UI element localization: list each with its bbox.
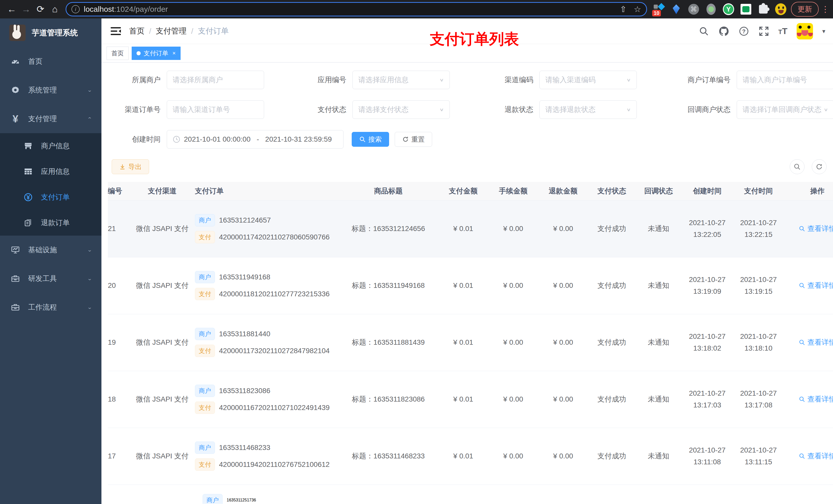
view-detail-link[interactable]: 查看详情 xyxy=(799,224,833,234)
pay-status-select[interactable]: 请选择支付状态 ∨ xyxy=(353,100,450,119)
sidebar-item-payment[interactable]: ¥ 支付管理 ⌄ xyxy=(0,104,101,133)
notify-status-select[interactable]: 请选择订单回调商户状态 ∨ xyxy=(737,100,833,119)
pay-time: 2021-10-27 13:17:08 xyxy=(733,371,784,428)
extensions-puzzle-icon[interactable] xyxy=(758,4,769,15)
extension-balloon-icon[interactable] xyxy=(671,4,682,15)
view-detail-link[interactable]: 查看详情 xyxy=(799,394,833,404)
channel-order-no-field[interactable] xyxy=(167,100,264,119)
sidebar-item-infrastructure[interactable]: 基础设施 ⌄ xyxy=(0,236,101,264)
app-select[interactable]: 请选择应用信息 ∨ xyxy=(353,71,450,89)
address-bar[interactable]: i localhost:1024/pay/order ⇧ ☆ xyxy=(66,2,647,16)
extension-y-icon[interactable]: Y xyxy=(723,4,734,15)
pay-status: 支付成功 xyxy=(588,257,636,314)
sidebar-item-dev-tools[interactable]: 研发工具 ⌄ xyxy=(0,264,101,293)
filter-label-merchant: 所属商户 xyxy=(108,75,167,85)
tag-pay-order[interactable]: 支付订单 × xyxy=(132,47,181,60)
merchant-order-no-field[interactable] xyxy=(737,71,833,89)
breadcrumb-payment[interactable]: 支付管理 xyxy=(156,26,187,37)
merchant-order-no: 1635311949168 xyxy=(219,273,270,281)
tag-close-icon[interactable]: × xyxy=(172,50,176,56)
merchant-input[interactable] xyxy=(173,76,258,84)
toggle-search-button[interactable] xyxy=(790,159,805,174)
merchant-select[interactable] xyxy=(167,71,264,89)
browser-back-button[interactable]: ← xyxy=(5,2,19,16)
browser-menu-icon[interactable]: ⋮ xyxy=(821,4,829,14)
sidebar-item-workflow[interactable]: 工作流程 ⌄ xyxy=(0,293,101,322)
view-detail-link[interactable]: 查看详情 xyxy=(799,451,833,461)
url-text[interactable]: localhost:1024/pay/order xyxy=(84,5,168,14)
view-detail-link[interactable]: 查看详情 xyxy=(799,281,833,290)
search-button[interactable]: 搜索 xyxy=(352,132,389,147)
tag-home[interactable]: 首页 xyxy=(106,47,128,60)
reset-button[interactable]: 重置 xyxy=(395,132,432,147)
pay-amount: ¥ 0.01 xyxy=(438,200,488,257)
view-detail-link[interactable]: 查看详情 xyxy=(799,338,833,347)
sidebar-item-system[interactable]: 系统管理 ⌄ xyxy=(0,76,101,104)
app-logo[interactable]: 芋道管理系统 xyxy=(0,19,101,47)
refund-status-select[interactable]: 请选择退款状态 ∨ xyxy=(540,100,637,119)
merchant-tag: 商户 xyxy=(195,385,215,397)
pay-status: 支付成功 xyxy=(588,428,636,484)
product-title: 标题：1635311468233 xyxy=(338,428,438,484)
order-id: 20 xyxy=(108,257,129,314)
pay-tag: 支付 xyxy=(195,345,215,357)
extension-dot-icon[interactable] xyxy=(706,4,717,15)
sidebar-item-merchant-info[interactable]: 商户信息 xyxy=(0,133,101,159)
pay-tag: 支付 xyxy=(195,402,215,414)
sidebar-item-pay-order[interactable]: 支付订单 xyxy=(0,184,101,210)
merchant-order-no: 1635311468233 xyxy=(219,443,270,452)
fee-amount: ¥ 0.00 xyxy=(488,200,538,257)
extension-sketch-icon[interactable]: 10 xyxy=(653,4,664,15)
refresh-icon xyxy=(815,163,823,170)
active-dot xyxy=(137,51,141,55)
refund-amount: ¥ 0.00 xyxy=(538,257,588,314)
browser-update-button[interactable]: 更新 xyxy=(791,2,819,17)
browser-profile-avatar[interactable] xyxy=(775,4,786,15)
browser-forward-button[interactable]: → xyxy=(19,2,33,16)
channel-code-select[interactable]: 请输入渠道编码 ∨ xyxy=(540,71,637,89)
sidebar-item-home[interactable]: 首页 xyxy=(0,47,101,76)
channel-order-no: 4200001194202110276752100612 xyxy=(219,460,330,469)
date-range-picker[interactable]: 2021-10-01 00:00:00 - 2021-10-31 23:59:5… xyxy=(167,130,343,148)
bookmark-star-icon[interactable]: ☆ xyxy=(634,4,641,14)
sidebar-item-refund-order[interactable]: 退款订单 xyxy=(0,210,101,236)
order-id: 21 xyxy=(108,200,129,257)
share-icon[interactable]: ⇧ xyxy=(620,4,627,14)
caret-down-icon[interactable]: ▾ xyxy=(822,28,825,35)
browser-home-button[interactable]: ⌂ xyxy=(48,2,62,16)
help-icon[interactable]: ? xyxy=(738,26,749,37)
font-size-icon[interactable]: TT xyxy=(779,26,787,36)
extension-chat-icon[interactable] xyxy=(740,4,752,15)
pay-status: 支付成功 xyxy=(588,314,636,371)
pay-time: 2021-10-27 13:18:10 xyxy=(733,314,784,371)
search-icon xyxy=(793,163,801,170)
sidebar-collapse-icon[interactable] xyxy=(110,26,121,37)
extension-command-icon[interactable]: ⌘ xyxy=(688,4,699,15)
chevron-down-icon: ∨ xyxy=(626,107,631,112)
date-end: 2021-10-31 23:59:59 xyxy=(265,135,332,143)
user-avatar[interactable] xyxy=(796,23,813,40)
chevron-down-icon: ⌄ xyxy=(87,276,92,282)
site-info-icon[interactable]: i xyxy=(71,5,80,13)
top-navbar: 首页 / 支付管理 / 支付订单 支付订单列表 ? xyxy=(101,19,833,44)
channel-order-no-input[interactable] xyxy=(173,105,258,114)
search-icon[interactable] xyxy=(698,26,709,37)
merchant-order-no: 1635312124657 xyxy=(219,216,271,224)
refresh-table-button[interactable] xyxy=(812,159,827,174)
filter-label-channel-order-no: 渠道订单号 xyxy=(108,105,167,115)
sidebar-item-app-info[interactable]: 应用信息 xyxy=(0,159,101,184)
breadcrumb-home[interactable]: 首页 xyxy=(129,26,144,37)
table-row: 21 微信 JSAPI 支付 商户 1635312124657 支付 42000… xyxy=(108,200,833,257)
pay-amount: ¥ 0.01 xyxy=(438,428,488,484)
filter-label-channel-code: 渠道编码 xyxy=(450,75,540,85)
notify-status: 未通知 xyxy=(636,314,682,371)
export-button[interactable]: 导出 xyxy=(112,159,149,174)
fullscreen-icon[interactable] xyxy=(759,26,769,37)
merchant-order-no-input[interactable] xyxy=(743,76,828,84)
merchant-tag: 商户 xyxy=(195,271,215,283)
search-icon xyxy=(799,225,805,232)
browser-reload-button[interactable]: ⟳ xyxy=(33,2,48,16)
page-content: 所属商户 应用编号 请选择应用信息 ∨ 渠道编码 请输入渠道编码 xyxy=(101,63,833,504)
github-icon[interactable] xyxy=(718,26,729,37)
table-body: 21 微信 JSAPI 支付 商户 1635312124657 支付 42000… xyxy=(108,200,833,484)
